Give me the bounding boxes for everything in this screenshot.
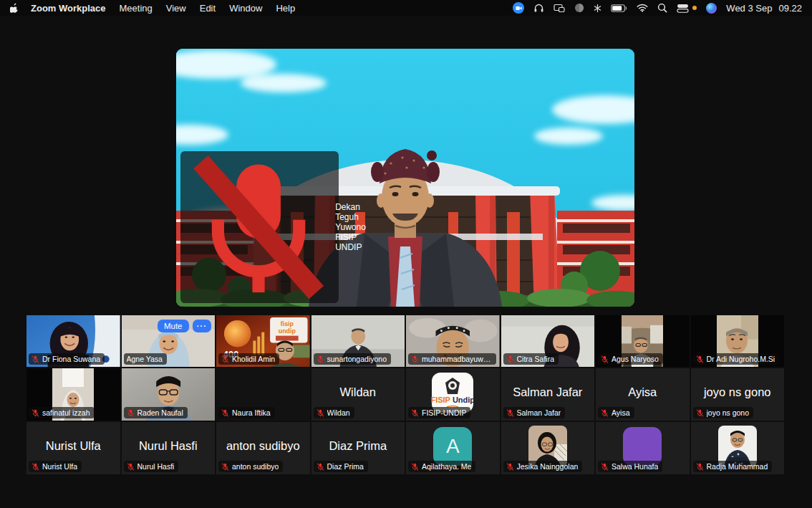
wifi-icon[interactable] (637, 4, 648, 12)
muted-mic-icon (32, 355, 39, 363)
spotlight-search-icon[interactable] (657, 3, 667, 13)
initial-avatar: A (433, 427, 472, 466)
active-speaker-tile[interactable]: FAKULTAS ILMU SOSIAL DAN ILMU POLITIK (176, 49, 634, 307)
participant-name: safinatul izzah (42, 408, 90, 417)
muted-mic-icon (506, 355, 514, 363)
participant-name: Salwa Hunafa (612, 462, 658, 471)
participant-tile-citra[interactable]: Citra Safira (501, 315, 595, 367)
participant-name: Kholidil Amin (232, 355, 275, 363)
participant-name: Nurist Ulfa (42, 462, 77, 471)
participant-name: Agus Naryoso (612, 355, 659, 363)
participant-name: sunartongadiyono (327, 355, 387, 363)
participant-name: Naura Iftika (232, 408, 271, 417)
apple-icon (10, 3, 19, 14)
participant-name: muhammadbayuwidagdo (422, 355, 492, 363)
menu-bar: Zoom Workplace Meeting View Edit Window … (0, 0, 812, 16)
more-options-button[interactable]: ··· (193, 320, 212, 332)
menu-help[interactable]: Help (276, 3, 295, 14)
muted-mic-icon (316, 355, 324, 363)
menu-meeting[interactable]: Meeting (120, 3, 153, 14)
muted-mic-icon (601, 355, 609, 363)
clock-date: Wed 3 Sep (726, 3, 772, 14)
muted-mic-icon (601, 463, 609, 471)
focus-icon[interactable] (574, 3, 584, 13)
muted-mic-icon (506, 409, 514, 417)
participant-name: Aqilathaya. Me (422, 462, 471, 471)
participant-name: FISIP-UNDIP (422, 408, 466, 417)
participant-tile-radja[interactable]: Radja Muhammad (691, 422, 785, 474)
muted-mic-icon (221, 355, 229, 363)
menu-bar-clock[interactable]: Wed 3 Sep 09.22 (726, 3, 802, 14)
purple-avatar (623, 427, 662, 466)
participant-tile-nurist[interactable]: Nurist Ulfa Nurist Ulfa (26, 422, 120, 474)
menu-window[interactable]: Window (229, 3, 262, 14)
participant-name: Diaz Prima (327, 462, 364, 471)
muted-mic-icon (696, 355, 704, 363)
participant-tile-agus[interactable]: Agus Naryoso (596, 315, 690, 367)
bluetooth-off-icon[interactable] (594, 4, 601, 13)
participant-name: Salman Jafar (517, 408, 561, 417)
headphones-icon[interactable] (533, 3, 544, 14)
participant-tile-aqilathaya[interactable]: A Aqilathaya. Me (406, 422, 500, 474)
muted-mic-icon (601, 409, 609, 417)
logo-fisip-text: FISIP (430, 396, 450, 404)
logo-undip-text: Undip (453, 396, 475, 404)
menu-zoom-workplace[interactable]: Zoom Workplace (31, 3, 106, 14)
menu-view[interactable]: View (166, 3, 186, 14)
desktop: Zoom Workplace Meeting View Edit Window … (0, 0, 812, 508)
participant-tile-fiona[interactable]: Dr Fiona Suwana (26, 315, 120, 367)
participant-name: Ayisa (612, 408, 630, 417)
participant-tile-kholidil[interactable]: 400 fisip undip Kholidil Amin (216, 315, 310, 367)
battery-icon[interactable] (611, 4, 627, 12)
siri-icon[interactable] (706, 3, 717, 14)
muted-mic-icon (127, 463, 135, 471)
participant-tile-jesika[interactable]: Jesika Nainggolan (501, 422, 595, 474)
participant-tile-agne[interactable]: Mute ··· Agne Yasa (122, 315, 216, 367)
participant-tile-diaz[interactable]: Diaz Prima Diaz Prima (311, 422, 405, 474)
status-dot (692, 6, 697, 10)
participant-tile-raden[interactable]: Raden Naufal (122, 368, 216, 421)
participant-tile-bayu[interactable]: muhammadbayuwidagdo (406, 315, 500, 367)
participant-tile-salman[interactable]: Salman Jafar Salman Jafar (501, 368, 595, 421)
muted-mic-icon (32, 409, 39, 417)
participant-tile-safinatul[interactable]: safinatul izzah (26, 368, 120, 421)
apple-menu[interactable] (10, 3, 19, 14)
speaker-name: Dekan Teguh Yuwono FISIP UNDIP (335, 202, 366, 252)
participant-tile-sunarton[interactable]: sunartongadiyono (311, 315, 405, 367)
participant-name: Nurul Hasfi (137, 462, 175, 471)
muted-mic-icon (32, 463, 39, 471)
participant-tile-nurul[interactable]: Nurul Hasfi Nurul Hasfi (122, 422, 216, 474)
mute-button[interactable]: Mute (158, 320, 189, 332)
participant-tile-naura[interactable]: Naura Iftika (216, 368, 310, 421)
muted-mic-icon (127, 409, 135, 417)
displays-icon[interactable] (677, 4, 689, 13)
undip-emblem-icon (444, 377, 461, 396)
muted-mic-icon (316, 463, 324, 471)
muted-mic-icon (411, 355, 419, 363)
participant-name: Agne Yasa (127, 355, 163, 363)
participant-name: Dr Fiona Suwana (42, 355, 100, 363)
participant-tile-salwa[interactable]: Salwa Hunafa (596, 422, 690, 474)
menu-edit[interactable]: Edit (200, 3, 216, 14)
participants-grid: Dr Fiona Suwana Mute ··· Agne Yasa (26, 315, 784, 474)
muted-mic-icon (185, 153, 332, 301)
participant-name: Jesika Nainggolan (517, 462, 579, 471)
participant-tile-ayisa[interactable]: Ayisa Ayisa (596, 368, 690, 421)
participant-tile-wildan[interactable]: Wildan Wildan (311, 368, 405, 421)
participant-name: Dr Adi Nugroho.M.Si (707, 355, 775, 363)
participant-tile-joyo[interactable]: joyo ns gono joyo ns gono (691, 368, 785, 421)
participant-tile-anton[interactable]: anton sudibyo anton sudibyo (216, 422, 310, 474)
poster-fisip: fisip (281, 320, 294, 327)
participant-tile-adi[interactable]: Dr Adi Nugroho.M.Si (691, 315, 785, 367)
participant-name: joyo ns gono (707, 408, 750, 417)
muted-mic-icon (221, 409, 229, 417)
clock-time: 09.22 (778, 3, 802, 14)
participant-name: anton sudibyo (232, 462, 279, 471)
muted-mic-icon (696, 463, 704, 471)
participant-tile-fisip-undip[interactable]: FISIP Undip FISIP-UNDIP (406, 368, 500, 421)
muted-mic-icon (221, 463, 229, 471)
participant-name: Citra Safira (517, 355, 555, 363)
screen-mirroring-icon[interactable] (554, 4, 565, 13)
zoom-app-icon[interactable] (513, 2, 524, 14)
speaker-nameplate: Dekan Teguh Yuwono FISIP UNDIP (180, 151, 339, 303)
